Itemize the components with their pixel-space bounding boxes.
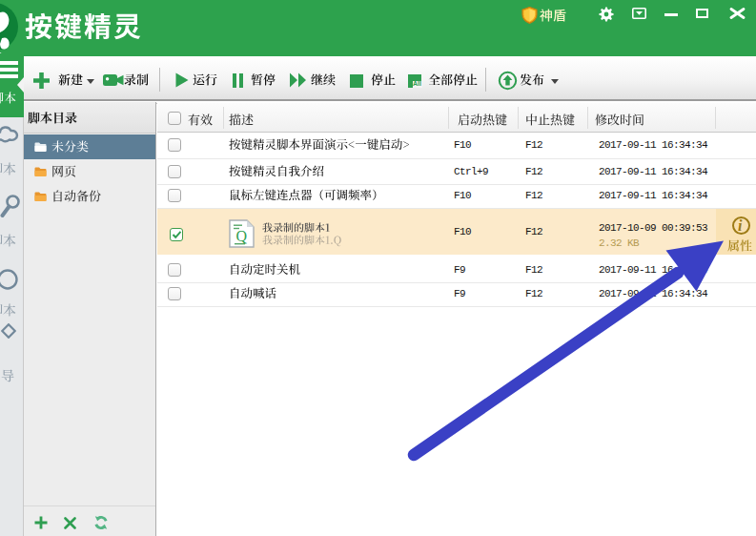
svg-text:Q: Q	[235, 228, 247, 244]
